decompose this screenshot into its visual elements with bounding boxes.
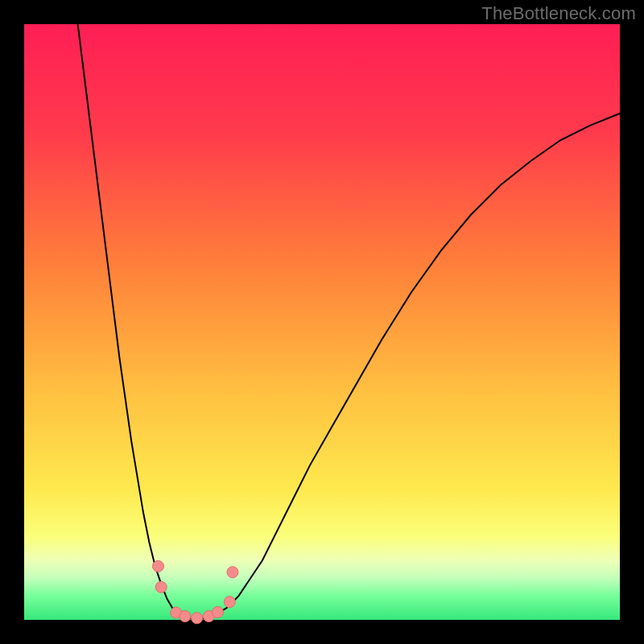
watermark-label: TheBottleneck.com xyxy=(481,3,636,24)
scatter-dot xyxy=(224,597,235,608)
scatter-dot xyxy=(180,611,191,622)
scatter-dots xyxy=(153,560,239,623)
scatter-dot xyxy=(192,613,203,624)
curve-left xyxy=(78,24,180,615)
chart-canvas xyxy=(24,24,620,620)
chart-frame: TheBottleneck.com xyxy=(0,0,644,644)
scatter-dot xyxy=(227,567,238,578)
scatter-dot xyxy=(155,581,167,592)
scatter-dot xyxy=(213,606,224,617)
curve-right xyxy=(215,114,620,615)
scatter-dot xyxy=(153,560,164,572)
